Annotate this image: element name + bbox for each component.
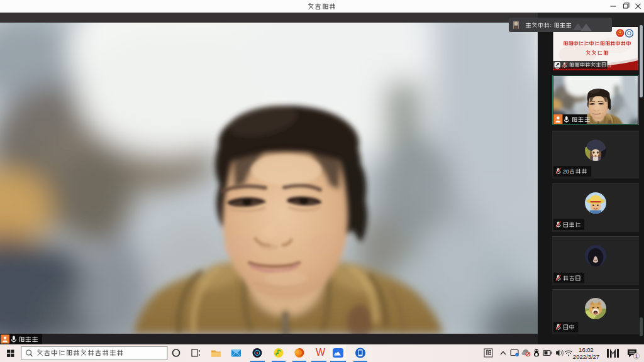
svg-text:1: 1: [635, 353, 638, 359]
svg-text::: :: [550, 22, 552, 28]
svg-text:W: W: [316, 347, 326, 358]
svg-text:16:02: 16:02: [579, 346, 594, 353]
svg-text:20: 20: [563, 168, 569, 174]
svg-text:2022/3/27: 2022/3/27: [573, 353, 599, 360]
